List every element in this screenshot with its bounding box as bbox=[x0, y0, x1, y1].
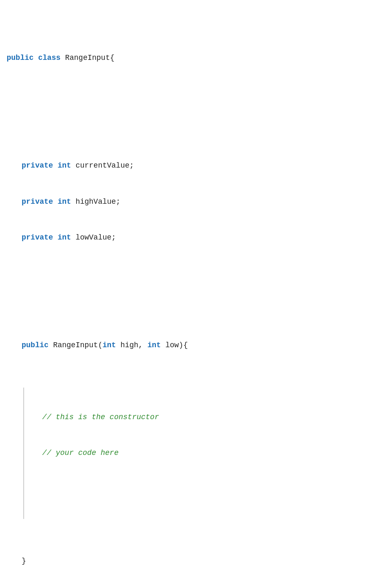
class-name: RangeInput{ bbox=[65, 54, 114, 62]
keyword-public: public bbox=[7, 54, 34, 62]
keyword-class: class bbox=[38, 54, 61, 62]
keyword-public-ctor: public bbox=[22, 341, 49, 349]
keyword-int-3: int bbox=[57, 233, 71, 242]
field-high-value: private int highValue; bbox=[7, 196, 383, 208]
ctor-comment-1: // this is the constructor bbox=[27, 411, 383, 423]
ctor-comment-2: // your code here bbox=[27, 447, 383, 459]
constructor-close: } bbox=[7, 555, 383, 567]
keyword-private-1: private bbox=[22, 161, 53, 170]
ctor-param1: high, bbox=[116, 341, 148, 349]
class-declaration-line: public class RangeInput{ bbox=[7, 52, 383, 64]
blank-line-2 bbox=[7, 279, 383, 292]
field-name-3: lowValue; bbox=[76, 233, 116, 242]
blank-line-1 bbox=[7, 100, 383, 112]
field-name-1: currentValue; bbox=[76, 161, 134, 170]
constructor-body: // this is the constructor // your code … bbox=[23, 388, 383, 519]
keyword-int-param1: int bbox=[102, 341, 116, 349]
ctor-close-brace: } bbox=[22, 557, 26, 565]
field-current-value: private int currentValue; bbox=[7, 160, 383, 172]
ctor-comment-text-1: // this is the constructor bbox=[42, 413, 159, 421]
code-editor: public class RangeInput{ private int cur… bbox=[7, 4, 383, 588]
keyword-int-1: int bbox=[57, 161, 71, 170]
field-low-value: private int lowValue; bbox=[7, 232, 383, 244]
keyword-private-3: private bbox=[22, 233, 53, 242]
constructor-name: RangeInput( bbox=[53, 341, 103, 349]
keyword-int-2: int bbox=[57, 198, 71, 206]
keyword-int-param2: int bbox=[147, 341, 160, 349]
ctor-comment-text-2: // your code here bbox=[42, 449, 119, 457]
ctor-param2: low){ bbox=[161, 341, 188, 349]
blank-line-ctor bbox=[27, 483, 383, 495]
constructor-signature: public RangeInput(int high, int low){ bbox=[7, 339, 383, 351]
keyword-private-2: private bbox=[22, 198, 53, 206]
field-name-2: highValue; bbox=[76, 198, 121, 206]
